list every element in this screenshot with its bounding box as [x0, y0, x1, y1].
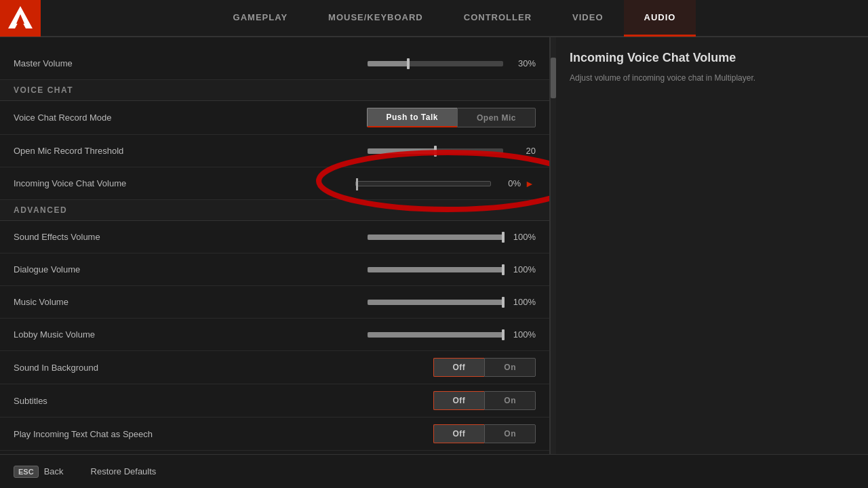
lobby-music-label: Lobby Music Volume: [14, 329, 368, 340]
back-action[interactable]: ESC Back: [14, 466, 64, 478]
lobby-music-control: 100%: [368, 329, 536, 340]
subtitles-label: Subtitles: [14, 396, 433, 406]
sound-background-toggle: Off On: [433, 358, 536, 377]
incoming-voice-arrow[interactable]: ►: [524, 178, 536, 190]
open-mic-button[interactable]: Open Mic: [457, 108, 536, 127]
open-mic-threshold-row: Open Mic Record Threshold 20: [0, 135, 549, 167]
tab-audio[interactable]: AUDIO: [624, 0, 696, 37]
voice-chat-section-header: VOICE CHAT: [0, 80, 549, 101]
music-volume-control: 100%: [368, 297, 536, 307]
dialogue-volume-label: Dialogue Volume: [14, 264, 368, 274]
incoming-voice-slider[interactable]: [355, 181, 491, 186]
tab-mouse-keyboard[interactable]: MOUSE/KEYBOARD: [308, 0, 443, 37]
scrollbar-thumb[interactable]: [551, 58, 556, 98]
dialogue-volume-slider[interactable]: [368, 267, 503, 272]
open-mic-threshold-slider[interactable]: [368, 148, 503, 154]
sound-background-off-button[interactable]: Off: [433, 358, 485, 377]
sound-effects-row: Sound Effects Volume 100%: [0, 221, 549, 253]
sound-in-background-row: Sound In Background Off On: [0, 351, 549, 384]
info-panel: Incoming Voice Chat Volume Adjust volume…: [556, 37, 868, 454]
settings-panel: Master Volume 30% VOICE CHAT Voice Chat …: [0, 37, 551, 454]
subtitles-toggle: Off On: [433, 391, 536, 410]
dialogue-volume-row: Dialogue Volume 100%: [0, 253, 549, 286]
play-incoming-text-off-button[interactable]: Off: [433, 424, 485, 443]
music-volume-row: Music Volume 100%: [0, 286, 549, 319]
incoming-voice-volume-row: Incoming Voice Chat Volume 0% ►: [0, 167, 549, 200]
play-incoming-text-control: Off On: [433, 424, 536, 443]
play-incoming-text-row: Play Incoming Text Chat as Speech Off On: [0, 418, 549, 451]
restore-defaults-label: Restore Defaults: [91, 466, 157, 476]
tab-controller[interactable]: CONTROLLER: [443, 0, 552, 37]
subtitles-on-button[interactable]: On: [484, 391, 536, 410]
info-panel-description: Adjust volume of incoming voice chat in …: [570, 72, 854, 84]
open-mic-threshold-value: 20: [509, 146, 536, 156]
subtitles-off-button[interactable]: Off: [433, 391, 485, 410]
back-label: Back: [44, 466, 64, 476]
music-volume-slider[interactable]: [368, 300, 503, 305]
master-volume-control: 30%: [368, 58, 536, 68]
sound-in-background-label: Sound In Background: [14, 363, 433, 373]
incoming-voice-value: 0%: [494, 178, 521, 188]
tab-video[interactable]: VIDEO: [552, 0, 623, 37]
master-volume-slider[interactable]: [368, 61, 503, 66]
convert-voice-row: Convert Incoming Voice to Chat Text Off …: [0, 451, 549, 454]
music-volume-value: 100%: [509, 297, 536, 307]
music-volume-label: Music Volume: [14, 297, 368, 307]
apex-logo: [0, 0, 41, 37]
advanced-section-header: ADVANCED: [0, 200, 549, 221]
push-to-talk-button[interactable]: Push to Talk: [367, 108, 457, 127]
main-content: Master Volume 30% VOICE CHAT Voice Chat …: [0, 37, 868, 454]
sound-in-background-control: Off On: [433, 358, 536, 377]
incoming-voice-volume-control: 0% ►: [355, 178, 536, 190]
voice-chat-record-mode-control: Push to Talk Open Mic: [367, 108, 536, 127]
bottom-bar: ESC Back Restore Defaults: [0, 454, 868, 488]
esc-key-badge: ESC: [14, 466, 39, 478]
open-mic-threshold-label: Open Mic Record Threshold: [14, 146, 368, 156]
master-volume-value: 30%: [509, 58, 536, 68]
voice-chat-toggle-group: Push to Talk Open Mic: [367, 108, 536, 127]
sound-effects-value: 100%: [509, 232, 536, 242]
master-volume-row: Master Volume 30%: [0, 47, 549, 80]
sound-background-on-button[interactable]: On: [484, 358, 536, 377]
play-incoming-text-label: Play Incoming Text Chat as Speech: [14, 429, 433, 439]
scrollbar[interactable]: [551, 37, 556, 454]
play-incoming-text-on-button[interactable]: On: [484, 424, 536, 443]
voice-chat-record-mode-row: Voice Chat Record Mode Push to Talk Open…: [0, 101, 549, 135]
info-panel-title: Incoming Voice Chat Volume: [570, 51, 854, 65]
play-incoming-text-toggle: Off On: [433, 424, 536, 443]
sound-effects-label: Sound Effects Volume: [14, 232, 368, 242]
dialogue-volume-value: 100%: [509, 264, 536, 274]
restore-defaults-action[interactable]: Restore Defaults: [91, 466, 157, 476]
subtitles-row: Subtitles Off On: [0, 384, 549, 418]
lobby-music-row: Lobby Music Volume 100%: [0, 319, 549, 351]
open-mic-threshold-control: 20: [368, 146, 536, 156]
lobby-music-slider[interactable]: [368, 332, 503, 338]
tab-gameplay[interactable]: GAMEPLAY: [213, 0, 308, 37]
nav-tabs: GAMEPLAY MOUSE/KEYBOARD CONTROLLER VIDEO…: [41, 0, 868, 37]
incoming-voice-volume-label: Incoming Voice Chat Volume: [14, 178, 355, 188]
sound-effects-control: 100%: [368, 232, 536, 242]
lobby-music-value: 100%: [509, 329, 536, 340]
top-navigation: GAMEPLAY MOUSE/KEYBOARD CONTROLLER VIDEO…: [0, 0, 868, 37]
master-volume-label: Master Volume: [14, 58, 368, 68]
subtitles-control: Off On: [433, 391, 536, 410]
voice-chat-record-mode-label: Voice Chat Record Mode: [14, 113, 367, 123]
dialogue-volume-control: 100%: [368, 264, 536, 274]
sound-effects-slider[interactable]: [368, 235, 503, 240]
